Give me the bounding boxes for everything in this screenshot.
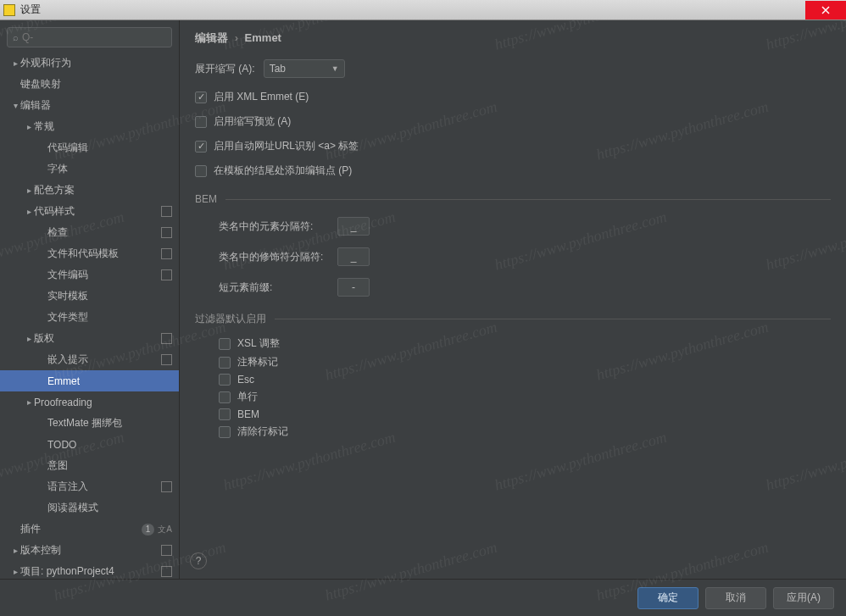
sidebar-item[interactable]: ▾编辑器	[0, 95, 179, 116]
sidebar-item[interactable]: ▸代码样式	[0, 201, 179, 222]
sidebar-item[interactable]: ▸版本控制	[0, 540, 179, 561]
checkbox[interactable]	[195, 165, 207, 177]
sidebar-item-label: 插件	[20, 522, 142, 536]
bem-label: 类名中的修饰符分隔符:	[219, 250, 329, 264]
sidebar-item[interactable]: 文件和代码模板	[0, 243, 179, 264]
sidebar-item[interactable]: 实时模板	[0, 286, 179, 307]
filter-row[interactable]: 单行	[219, 390, 831, 404]
project-scope-icon	[161, 269, 172, 280]
sidebar-item[interactable]: TODO	[0, 434, 179, 455]
item-icons	[161, 333, 172, 344]
checkbox-label: 启用缩写预览 (A)	[214, 114, 291, 129]
checkbox[interactable]	[195, 116, 207, 128]
checkbox-row[interactable]: 在模板的结尾处添加编辑点 (P)	[195, 164, 831, 178]
sidebar-item[interactable]: 阅读器模式	[0, 497, 179, 519]
settings-tree[interactable]: ▸外观和行为键盘映射▾编辑器▸常规代码编辑字体▸配色方案▸代码样式检查文件和代码…	[0, 53, 179, 579]
chevron-right-icon: ▸	[10, 58, 20, 68]
content-panel: 编辑器 › Emmet 展开缩写 (A): Tab ▼ 启用 XML Emmet…	[180, 20, 846, 579]
bem-input[interactable]	[337, 278, 370, 297]
window-title: 设置	[20, 3, 41, 17]
filter-row[interactable]: XSL 调整	[219, 336, 831, 351]
checkbox[interactable]	[219, 374, 231, 386]
sidebar-item[interactable]: 文件类型	[0, 307, 179, 328]
chevron-right-icon: ▸	[10, 567, 20, 576]
footer: 确定 取消 应用(A)	[0, 579, 846, 616]
filter-label: 清除行标记	[237, 425, 288, 439]
filter-row[interactable]: 注释标记	[219, 355, 831, 369]
sidebar-item-label: 版本控制	[20, 543, 161, 558]
sidebar-item-label: 语言注入	[47, 480, 161, 494]
sidebar-item[interactable]: ▸项目: pythonProject4	[0, 561, 179, 579]
search-box[interactable]: ⌕	[7, 27, 172, 47]
sidebar-item-label: 文件类型	[47, 310, 172, 325]
filter-label: 注释标记	[237, 355, 278, 369]
breadcrumb-root[interactable]: 编辑器	[195, 31, 228, 44]
filter-row[interactable]: 清除行标记	[219, 425, 831, 439]
separator-line	[225, 199, 831, 200]
checkbox[interactable]	[219, 426, 231, 438]
sidebar-item[interactable]: TextMate 捆绑包	[0, 413, 179, 434]
sidebar-item[interactable]: 语言注入	[0, 476, 179, 497]
checkbox[interactable]	[195, 92, 207, 103]
item-icons	[161, 248, 172, 259]
checkbox-label: 启用 XML Emmet (E)	[214, 90, 309, 104]
cancel-button[interactable]: 取消	[705, 587, 766, 609]
item-icons	[161, 354, 172, 365]
sidebar-item[interactable]: 嵌入提示	[0, 349, 179, 370]
sidebar-item[interactable]: ▸外观和行为	[0, 53, 179, 74]
apply-button[interactable]: 应用(A)	[773, 587, 834, 609]
sidebar-item-label: 常规	[34, 119, 172, 134]
ok-button[interactable]: 确定	[637, 587, 699, 609]
sidebar-item-label: 嵌入提示	[47, 352, 161, 367]
search-input[interactable]	[22, 31, 166, 43]
window-close-button[interactable]	[805, 1, 846, 19]
filter-row[interactable]: Esc	[219, 374, 831, 386]
checkbox[interactable]	[219, 408, 231, 420]
sidebar-item-label: 外观和行为	[20, 56, 172, 70]
sidebar-item[interactable]: 文件编码	[0, 264, 179, 286]
checkbox-row[interactable]: 启用缩写预览 (A)	[195, 114, 831, 129]
sidebar-item[interactable]: ▸常规	[0, 116, 179, 137]
filter-label: XSL 调整	[237, 336, 280, 351]
sidebar-item[interactable]: 检查	[0, 222, 179, 243]
main-area: ⌕ ▸外观和行为键盘映射▾编辑器▸常规代码编辑字体▸配色方案▸代码样式检查文件和…	[0, 20, 846, 579]
sidebar-item-label: 代码编辑	[47, 141, 172, 155]
bem-input[interactable]	[337, 217, 370, 236]
sidebar-item[interactable]: ▸配色方案	[0, 180, 179, 201]
count-badge: 1	[142, 524, 155, 536]
sidebar-item[interactable]: ▸Proofreading	[0, 391, 179, 413]
sidebar-item[interactable]: 字体	[0, 158, 179, 180]
sidebar-item[interactable]: 键盘映射	[0, 74, 179, 95]
bem-row: 短元素前缀:	[219, 278, 831, 297]
item-icons: 1文A	[142, 524, 172, 536]
separator-line	[275, 319, 831, 319]
bem-title: BEM	[195, 193, 217, 205]
checkbox-row[interactable]: 启用 XML Emmet (E)	[195, 90, 831, 104]
bem-label: 短元素前缀:	[219, 280, 329, 295]
sidebar-item[interactable]: Emmet	[0, 370, 179, 391]
expand-combo[interactable]: Tab ▼	[264, 59, 345, 78]
expand-row: 展开缩写 (A): Tab ▼	[195, 59, 831, 78]
filter-label: BEM	[237, 408, 259, 420]
filter-row[interactable]: BEM	[219, 408, 831, 420]
checkbox[interactable]	[219, 391, 231, 403]
sidebar-item[interactable]: 代码编辑	[0, 137, 179, 158]
expand-value: Tab	[270, 63, 286, 75]
sidebar-item[interactable]: 插件1文A	[0, 519, 179, 540]
sidebar-item-label: 代码样式	[34, 204, 161, 219]
checkbox[interactable]	[219, 338, 231, 350]
help-button[interactable]: ?	[190, 552, 207, 569]
sidebar-item-label: 文件和代码模板	[47, 247, 161, 261]
item-icons	[161, 545, 172, 556]
sidebar-item[interactable]: ▸版权	[0, 328, 179, 349]
sidebar-item[interactable]: 意图	[0, 455, 179, 476]
project-scope-icon	[161, 227, 172, 238]
bem-input[interactable]	[337, 247, 370, 266]
checkbox-row[interactable]: 启用自动网址URL识别 <a> 标签	[195, 139, 831, 153]
chevron-right-icon: ▸	[24, 122, 34, 131]
titlebar: 设置	[0, 0, 846, 20]
item-icons	[161, 481, 172, 492]
checkbox[interactable]	[195, 141, 207, 153]
breadcrumb-separator: ›	[235, 31, 238, 44]
checkbox[interactable]	[219, 357, 231, 369]
